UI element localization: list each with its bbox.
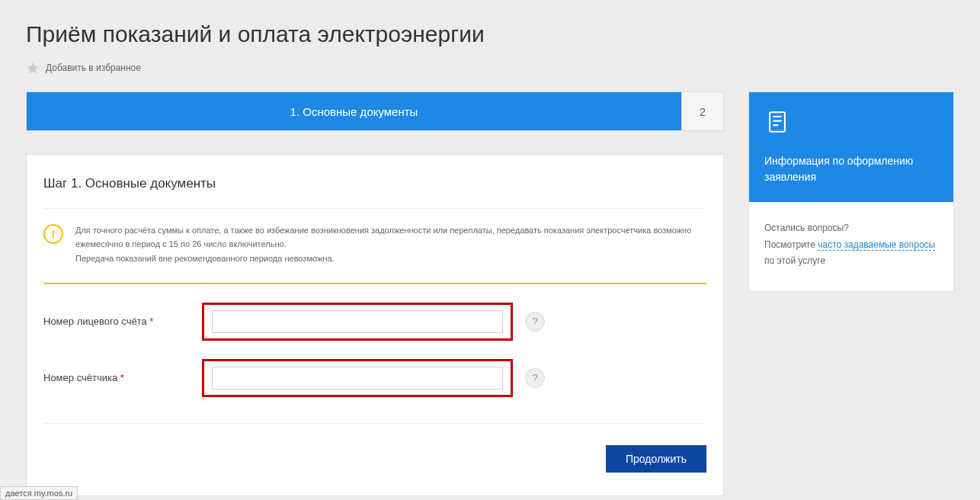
- step-2[interactable]: 2: [681, 92, 723, 130]
- info-text: Для точного расчёта суммы к оплате, а та…: [75, 224, 706, 268]
- document-icon: [764, 109, 938, 138]
- continue-button[interactable]: Продолжить: [606, 445, 706, 473]
- meter-input-highlight: [202, 359, 513, 397]
- faq-link[interactable]: часто задаваемые вопросы: [818, 239, 935, 251]
- stepper: 1. Основные документы 2: [26, 91, 724, 131]
- page-title: Приём показаний и оплата электроэнергии: [26, 21, 954, 47]
- info-line-1: Для точного расчёта суммы к оплате, а та…: [75, 224, 706, 251]
- meter-label: Номер счётчика *: [43, 372, 202, 383]
- meter-help-button[interactable]: ?: [525, 368, 545, 388]
- info-box: ! Для точного расчёта суммы к оплате, а …: [43, 209, 706, 284]
- svg-rect-0: [770, 112, 785, 132]
- warning-icon: !: [43, 224, 63, 244]
- favorite-label: Добавить в избранное: [46, 62, 141, 73]
- step-heading: Шаг 1. Основные документы: [43, 176, 706, 209]
- faq-prompt-2: Посмотрите: [764, 239, 818, 250]
- button-row: Продолжить: [43, 423, 706, 473]
- info-panel: Информация по оформлению заявления Остал…: [748, 91, 954, 292]
- form-card: Шаг 1. Основные документы ! Для точного …: [26, 154, 724, 496]
- star-icon: [26, 61, 40, 75]
- info-panel-body: Остались вопросы? Посмотрите часто задав…: [749, 202, 953, 291]
- info-panel-title: Информация по оформлению заявления: [764, 153, 938, 185]
- status-bar: дается my.mos.ru: [0, 486, 78, 500]
- info-line-2: Передача показаний вне рекомендованного …: [75, 252, 706, 266]
- step-1[interactable]: 1. Основные документы: [27, 92, 681, 130]
- meter-input[interactable]: [212, 367, 503, 389]
- account-label: Номер лицевого счёта *: [43, 316, 202, 327]
- account-row: Номер лицевого счёта * ?: [43, 303, 706, 341]
- required-mark: *: [120, 372, 124, 383]
- account-input[interactable]: [212, 310, 503, 333]
- add-favorite[interactable]: Добавить в избранное: [26, 61, 954, 75]
- faq-prompt-1: Остались вопросы?: [764, 220, 938, 237]
- info-panel-header: Информация по оформлению заявления: [749, 92, 953, 202]
- required-mark: *: [149, 316, 153, 327]
- meter-row: Номер счётчика * ?: [43, 359, 706, 397]
- account-help-button[interactable]: ?: [525, 312, 545, 332]
- account-input-highlight: [202, 303, 513, 341]
- faq-prompt-3: по этой услуге: [764, 253, 938, 270]
